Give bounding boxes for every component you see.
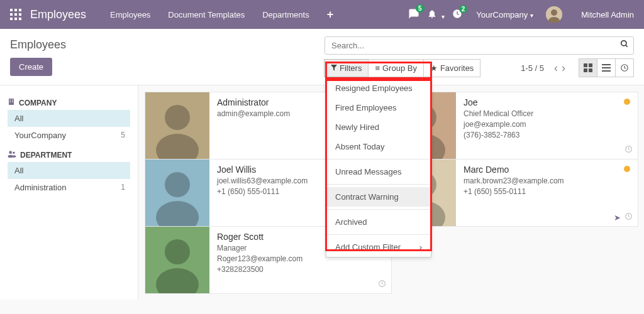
svg-rect-24 (10, 100, 11, 101)
caret-down-icon: ▾ (441, 13, 445, 20)
svg-rect-1 (14, 9, 17, 11)
employee-name: Marc Demo (464, 165, 630, 175)
employee-job-title: Chief Medical Officer (464, 109, 630, 118)
filter-icon (331, 63, 337, 73)
view-list[interactable] (597, 58, 616, 77)
sidebar-department-item[interactable]: Administration1 (8, 179, 130, 196)
svg-point-49 (165, 239, 190, 264)
svg-rect-25 (12, 100, 13, 101)
filter-option[interactable]: Contract Warning (326, 187, 431, 207)
svg-point-41 (165, 172, 190, 197)
groupby-button[interactable]: ≡ Group By (368, 59, 424, 77)
nav-link-employees[interactable]: Employees (110, 10, 150, 19)
svg-rect-18 (589, 68, 592, 72)
svg-rect-21 (602, 70, 611, 72)
apps-icon[interactable] (10, 9, 21, 20)
sidebar-department-item[interactable]: All (8, 162, 130, 179)
svg-rect-19 (602, 64, 611, 65)
svg-rect-23 (9, 99, 14, 105)
svg-point-31 (13, 155, 16, 158)
activity-icon[interactable] (378, 279, 386, 290)
nav-link-document-templates[interactable]: Document Templates (168, 10, 245, 19)
create-button[interactable]: Create (10, 58, 52, 76)
filter-option[interactable]: Resigned Employees (326, 78, 431, 98)
svg-point-13 (621, 41, 626, 46)
company-name: YourCompany (476, 10, 528, 19)
messaging-badge: 5 (416, 4, 425, 13)
employee-phone: +3282823500 (217, 265, 384, 274)
pager: 1-5 / 5 (521, 63, 544, 73)
svg-rect-6 (10, 18, 13, 20)
filter-dropdown: Resigned EmployeesFired EmployeesNewly H… (326, 78, 431, 257)
nav-link-departments[interactable]: Departments (262, 10, 309, 19)
svg-rect-4 (14, 13, 17, 16)
messaging-icon[interactable]: 5 (408, 8, 419, 21)
search-input[interactable] (325, 36, 634, 55)
avatar[interactable] (546, 6, 562, 23)
company-switcher[interactable]: YourCompany▾ (476, 10, 533, 19)
employee-email: mark.brown23@example.com (464, 176, 630, 185)
notifications-icon[interactable]: ▾ (427, 9, 445, 21)
filter-option[interactable]: Newly Hired (326, 117, 431, 137)
company-header: COMPANY (8, 98, 130, 107)
svg-rect-17 (584, 68, 587, 72)
sidebar-company-item[interactable]: All (8, 110, 130, 127)
chevron-right-icon: › (419, 242, 422, 252)
svg-point-28 (9, 151, 12, 154)
search-icon[interactable] (620, 40, 629, 51)
svg-rect-5 (19, 13, 21, 16)
employee-name: Joe (464, 97, 630, 107)
activity-icon[interactable] (625, 145, 633, 155)
groupby-label: Group By (382, 63, 417, 73)
svg-rect-16 (589, 63, 592, 67)
filter-option[interactable]: Fired Employees (326, 98, 431, 117)
nav-plus-icon[interactable]: + (327, 8, 334, 21)
filter-option[interactable]: Absent Today (326, 137, 431, 156)
employee-phone: (376)-3852-7863 (464, 131, 630, 139)
sidebar-company-item[interactable]: YourCompany5 (8, 127, 130, 144)
svg-rect-27 (12, 102, 13, 103)
status-dot (624, 99, 630, 105)
svg-rect-26 (10, 102, 11, 103)
employee-photo (145, 92, 209, 159)
activity-icon[interactable]: ➤ (614, 212, 633, 222)
svg-rect-15 (584, 63, 587, 67)
user-name: Mitchell Admin (581, 10, 634, 19)
svg-rect-3 (10, 13, 13, 16)
list-icon: ≡ (375, 63, 380, 73)
app-brand[interactable]: Employees (30, 8, 86, 21)
filters-button[interactable]: Filters (324, 59, 369, 77)
filter-option[interactable]: Archived (326, 212, 431, 232)
filter-option[interactable]: Unread Messages (326, 162, 431, 181)
page-title: Employees (10, 38, 325, 51)
department-header: DEPARTMENT (8, 150, 130, 160)
employee-photo (145, 160, 209, 226)
user-menu[interactable]: Mitchell Admin (581, 10, 634, 19)
view-kanban[interactable] (579, 58, 597, 77)
star-icon: ★ (430, 63, 438, 73)
employee-photo (145, 227, 209, 293)
svg-rect-8 (19, 18, 21, 20)
svg-rect-0 (10, 9, 13, 11)
svg-rect-7 (14, 18, 17, 20)
employee-email: joe@example.com (464, 120, 630, 129)
svg-point-29 (13, 152, 15, 154)
svg-point-11 (551, 9, 557, 16)
favorites-label: Favorites (440, 63, 474, 73)
add-custom-filter[interactable]: Add Custom Filter› (326, 237, 431, 257)
activities-icon[interactable]: 2 (452, 9, 462, 21)
top-nav: Employees Employees Document Templates D… (0, 0, 644, 29)
svg-rect-20 (602, 67, 611, 68)
svg-point-33 (165, 105, 190, 130)
favorites-button[interactable]: ★ Favorites (423, 59, 480, 77)
employee-phone: +1 (650) 555-0111 (464, 187, 630, 196)
pager-prev[interactable]: ‹ (554, 62, 558, 75)
control-panel: Employees Create Filters ≡ Group By ★ (0, 29, 644, 85)
pager-next[interactable]: › (562, 62, 565, 75)
users-icon (8, 150, 16, 160)
view-activity[interactable] (615, 58, 634, 77)
filters-label: Filters (340, 63, 362, 73)
building-icon (8, 98, 15, 107)
status-dot (624, 166, 630, 172)
activities-badge: 2 (459, 5, 468, 13)
